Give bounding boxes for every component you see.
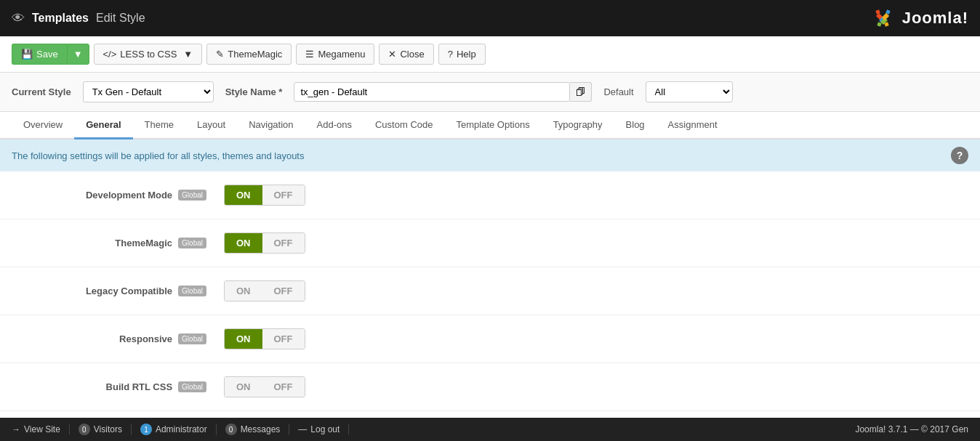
toggle-off-development-mode[interactable]: OFF: [262, 185, 305, 205]
toolbar: 💾 Save ▼ </> LESS to CSS ▼ ✎ ThemeMagic …: [0, 36, 980, 73]
thememagic-button[interactable]: ✎ ThemeMagic: [206, 44, 292, 65]
tab-typography[interactable]: Typography: [542, 112, 614, 139]
style-name-label: Style Name *: [225, 86, 283, 97]
current-style-select[interactable]: Tx Gen - Default: [83, 81, 214, 102]
tab-overview[interactable]: Overview: [12, 112, 74, 139]
info-message: The following settings will be applied f…: [12, 150, 305, 161]
default-label: Default: [603, 86, 633, 97]
megamenu-button[interactable]: ☰ Megamenu: [296, 44, 374, 65]
setting-label-responsive: ResponsiveGlobal: [0, 333, 218, 344]
logout-label: Log out: [310, 424, 340, 434]
version-info: Joomla! 3.7.1 — © 2017 Gen: [855, 424, 968, 434]
administrator-label: Administrator: [156, 424, 207, 434]
view-site-link[interactable]: → View Site: [12, 424, 70, 434]
setting-badge-build-rtl-css: Global: [178, 381, 206, 392]
toggle-legacy-compatible[interactable]: ONOFF: [224, 280, 305, 302]
toggle-development-mode[interactable]: ONOFF: [224, 185, 305, 206]
toggle-on-development-mode[interactable]: ON: [225, 185, 262, 205]
joomla-logo: Joomla!: [869, 4, 968, 32]
current-style-label: Current Style: [12, 86, 71, 97]
tab-blog[interactable]: Blog: [614, 112, 656, 139]
copy-button[interactable]: 🗍: [570, 82, 592, 102]
toggle-build-rtl-css[interactable]: ONOFF: [224, 376, 305, 397]
setting-badge-thememagic: Global: [178, 238, 206, 248]
visitors-label: Visitors: [94, 424, 122, 434]
joomla-logo-icon: [869, 4, 896, 32]
arrow-right-icon: →: [12, 424, 20, 434]
setting-label-text-responsive: Responsive: [119, 333, 172, 344]
style-name-group: 🗍: [294, 82, 592, 102]
help-circle-button[interactable]: ?: [951, 147, 968, 164]
tab-theme[interactable]: Theme: [133, 112, 185, 139]
save-dropdown-button[interactable]: ▼: [67, 44, 89, 65]
setting-label-legacy-compatible: Legacy CompatibleGlobal: [0, 286, 218, 296]
toggle-on-thememagic[interactable]: ON: [225, 233, 262, 253]
administrator-badge: 1: [140, 424, 152, 435]
setting-control-development-mode: ONOFF: [218, 185, 980, 206]
footer: → View Site 0 Visitors 1 Administrator 0…: [0, 418, 980, 440]
tabs-bar: OverviewGeneralThemeLayoutNavigationAdd-…: [0, 112, 980, 139]
visitors-item[interactable]: 0 Visitors: [70, 424, 132, 435]
menu-icon: ☰: [305, 49, 314, 60]
code-icon: </>: [103, 49, 117, 60]
logout-item[interactable]: — Log out: [289, 424, 349, 434]
info-bar: The following settings will be applied f…: [0, 139, 980, 171]
save-button[interactable]: 💾 Save: [12, 44, 67, 65]
footer-left: → View Site 0 Visitors 1 Administrator 0…: [12, 424, 349, 435]
header-title: Templates: [32, 12, 89, 25]
view-site-label: View Site: [24, 424, 60, 434]
chevron-down-icon: ▼: [73, 49, 83, 60]
setting-label-development-mode: Development ModeGlobal: [0, 190, 218, 201]
setting-control-legacy-compatible: ONOFF: [218, 280, 980, 302]
setting-row-build-rtl-css: Build RTL CSSGlobalONOFF: [0, 363, 980, 411]
setting-row-responsive: ResponsiveGlobalONOFF: [0, 315, 980, 363]
toggle-thememagic[interactable]: ONOFF: [224, 232, 305, 254]
setting-badge-legacy-compatible: Global: [178, 286, 206, 296]
setting-label-text-legacy-compatible: Legacy Compatible: [86, 286, 172, 296]
tab-layout[interactable]: Layout: [185, 112, 237, 139]
header-left: 👁 Templates Edit Style: [12, 11, 145, 26]
save-button-group[interactable]: 💾 Save ▼: [12, 44, 89, 65]
administrator-item[interactable]: 1 Administrator: [132, 424, 217, 435]
less-to-css-button[interactable]: </> LESS to CSS ▼: [94, 44, 203, 65]
tab-general[interactable]: General: [74, 112, 132, 139]
brush-icon: ✎: [216, 49, 224, 60]
toggle-on-responsive[interactable]: ON: [225, 329, 262, 349]
help-button[interactable]: ? Help: [438, 44, 486, 65]
setting-control-build-rtl-css: ONOFF: [218, 376, 980, 397]
setting-control-thememagic: ONOFF: [218, 232, 980, 254]
toggle-responsive[interactable]: ONOFF: [224, 328, 305, 349]
setting-badge-development-mode: Global: [178, 190, 206, 201]
help-icon: ?: [448, 49, 453, 60]
toggle-off-thememagic[interactable]: OFF: [262, 233, 305, 253]
joomla-logo-text: Joomla!: [902, 9, 968, 28]
toggle-off-legacy-compatible[interactable]: OFF: [262, 281, 305, 301]
setting-label-text-thememagic: ThemeMagic: [115, 238, 172, 248]
setting-label-text-build-rtl-css: Build RTL CSS: [106, 381, 172, 392]
toggle-on-legacy-compatible[interactable]: ON: [225, 281, 262, 301]
close-button[interactable]: ✕ Close: [379, 44, 433, 65]
logout-icon: —: [298, 424, 307, 434]
setting-row-development-mode: Development ModeGlobalONOFF: [0, 171, 980, 219]
top-header: 👁 Templates Edit Style Joomla!: [0, 0, 980, 36]
style-bar: Current Style Tx Gen - Default Style Nam…: [0, 73, 980, 112]
setting-badge-responsive: Global: [178, 333, 206, 344]
toggle-on-build-rtl-css[interactable]: ON: [225, 377, 262, 397]
toggle-off-responsive[interactable]: OFF: [262, 329, 305, 349]
tab-add-ons[interactable]: Add-ons: [305, 112, 364, 139]
setting-row-legacy-compatible: Legacy CompatibleGlobalONOFF: [0, 267, 980, 315]
header-subtitle: Edit Style: [96, 12, 145, 25]
setting-label-thememagic: ThemeMagicGlobal: [0, 238, 218, 248]
all-select[interactable]: All: [646, 81, 733, 102]
style-name-input[interactable]: [294, 82, 570, 102]
save-icon: 💾: [21, 49, 33, 60]
setting-control-responsive: ONOFF: [218, 328, 980, 349]
tab-template-options[interactable]: Template Options: [444, 112, 541, 139]
visitors-badge: 0: [79, 424, 90, 435]
toggle-off-build-rtl-css[interactable]: OFF: [262, 377, 305, 397]
tab-assignment[interactable]: Assignment: [656, 112, 729, 139]
tab-custom-code[interactable]: Custom Code: [364, 112, 444, 139]
setting-label-text-development-mode: Development Mode: [86, 190, 172, 201]
messages-item[interactable]: 0 Messages: [217, 424, 290, 435]
tab-navigation[interactable]: Navigation: [237, 112, 305, 139]
